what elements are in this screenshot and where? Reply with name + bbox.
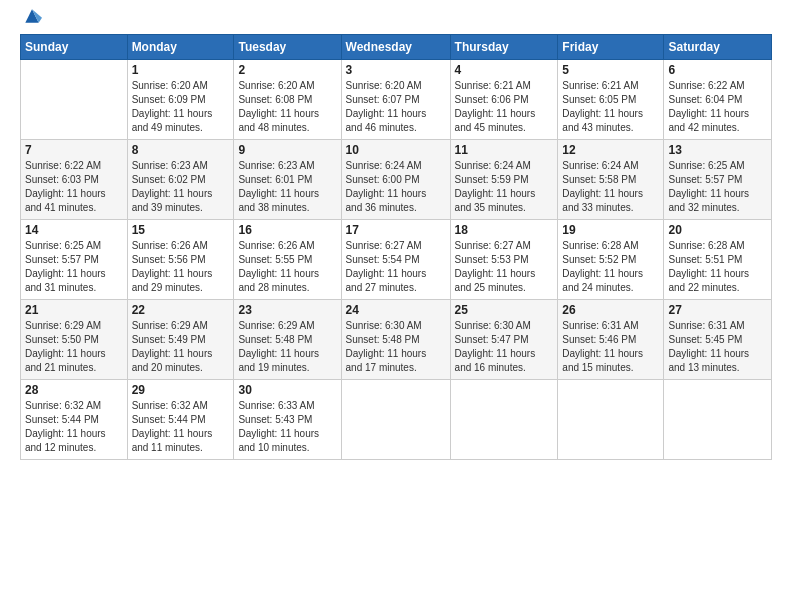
calendar-cell: 18Sunrise: 6:27 AM Sunset: 5:53 PM Dayli…: [450, 220, 558, 300]
day-info: Sunrise: 6:22 AM Sunset: 6:04 PM Dayligh…: [668, 79, 767, 135]
calendar-cell: 28Sunrise: 6:32 AM Sunset: 5:44 PM Dayli…: [21, 380, 128, 460]
day-info: Sunrise: 6:28 AM Sunset: 5:51 PM Dayligh…: [668, 239, 767, 295]
calendar-cell: 5Sunrise: 6:21 AM Sunset: 6:05 PM Daylig…: [558, 60, 664, 140]
calendar-cell: [341, 380, 450, 460]
calendar-cell: [558, 380, 664, 460]
day-number: 26: [562, 303, 659, 317]
calendar-cell: 7Sunrise: 6:22 AM Sunset: 6:03 PM Daylig…: [21, 140, 128, 220]
calendar-cell: [664, 380, 772, 460]
page-header: [20, 16, 772, 26]
day-info: Sunrise: 6:25 AM Sunset: 5:57 PM Dayligh…: [25, 239, 123, 295]
day-info: Sunrise: 6:21 AM Sunset: 6:05 PM Dayligh…: [562, 79, 659, 135]
calendar-week-2: 7Sunrise: 6:22 AM Sunset: 6:03 PM Daylig…: [21, 140, 772, 220]
weekday-header-sunday: Sunday: [21, 35, 128, 60]
day-info: Sunrise: 6:22 AM Sunset: 6:03 PM Dayligh…: [25, 159, 123, 215]
calendar-cell: 20Sunrise: 6:28 AM Sunset: 5:51 PM Dayli…: [664, 220, 772, 300]
day-info: Sunrise: 6:32 AM Sunset: 5:44 PM Dayligh…: [25, 399, 123, 455]
calendar-week-5: 28Sunrise: 6:32 AM Sunset: 5:44 PM Dayli…: [21, 380, 772, 460]
calendar-cell: 24Sunrise: 6:30 AM Sunset: 5:48 PM Dayli…: [341, 300, 450, 380]
day-number: 8: [132, 143, 230, 157]
calendar-week-4: 21Sunrise: 6:29 AM Sunset: 5:50 PM Dayli…: [21, 300, 772, 380]
weekday-header-thursday: Thursday: [450, 35, 558, 60]
day-info: Sunrise: 6:31 AM Sunset: 5:45 PM Dayligh…: [668, 319, 767, 375]
calendar-cell: 25Sunrise: 6:30 AM Sunset: 5:47 PM Dayli…: [450, 300, 558, 380]
weekday-header-tuesday: Tuesday: [234, 35, 341, 60]
day-number: 18: [455, 223, 554, 237]
day-number: 3: [346, 63, 446, 77]
calendar-cell: 26Sunrise: 6:31 AM Sunset: 5:46 PM Dayli…: [558, 300, 664, 380]
day-info: Sunrise: 6:25 AM Sunset: 5:57 PM Dayligh…: [668, 159, 767, 215]
day-number: 11: [455, 143, 554, 157]
calendar-cell: 27Sunrise: 6:31 AM Sunset: 5:45 PM Dayli…: [664, 300, 772, 380]
day-info: Sunrise: 6:33 AM Sunset: 5:43 PM Dayligh…: [238, 399, 336, 455]
weekday-row: SundayMondayTuesdayWednesdayThursdayFrid…: [21, 35, 772, 60]
calendar-cell: 3Sunrise: 6:20 AM Sunset: 6:07 PM Daylig…: [341, 60, 450, 140]
day-number: 14: [25, 223, 123, 237]
calendar-cell: 14Sunrise: 6:25 AM Sunset: 5:57 PM Dayli…: [21, 220, 128, 300]
day-number: 21: [25, 303, 123, 317]
day-info: Sunrise: 6:24 AM Sunset: 5:59 PM Dayligh…: [455, 159, 554, 215]
day-number: 9: [238, 143, 336, 157]
calendar-cell: 6Sunrise: 6:22 AM Sunset: 6:04 PM Daylig…: [664, 60, 772, 140]
weekday-header-monday: Monday: [127, 35, 234, 60]
calendar-table: SundayMondayTuesdayWednesdayThursdayFrid…: [20, 34, 772, 460]
calendar-cell: 8Sunrise: 6:23 AM Sunset: 6:02 PM Daylig…: [127, 140, 234, 220]
calendar-body: 1Sunrise: 6:20 AM Sunset: 6:09 PM Daylig…: [21, 60, 772, 460]
calendar-cell: 30Sunrise: 6:33 AM Sunset: 5:43 PM Dayli…: [234, 380, 341, 460]
day-number: 30: [238, 383, 336, 397]
calendar-cell: 16Sunrise: 6:26 AM Sunset: 5:55 PM Dayli…: [234, 220, 341, 300]
calendar-cell: [21, 60, 128, 140]
calendar-cell: 23Sunrise: 6:29 AM Sunset: 5:48 PM Dayli…: [234, 300, 341, 380]
calendar-cell: 29Sunrise: 6:32 AM Sunset: 5:44 PM Dayli…: [127, 380, 234, 460]
day-number: 4: [455, 63, 554, 77]
calendar-cell: 12Sunrise: 6:24 AM Sunset: 5:58 PM Dayli…: [558, 140, 664, 220]
day-info: Sunrise: 6:24 AM Sunset: 6:00 PM Dayligh…: [346, 159, 446, 215]
day-info: Sunrise: 6:23 AM Sunset: 6:02 PM Dayligh…: [132, 159, 230, 215]
day-number: 28: [25, 383, 123, 397]
day-info: Sunrise: 6:21 AM Sunset: 6:06 PM Dayligh…: [455, 79, 554, 135]
day-info: Sunrise: 6:32 AM Sunset: 5:44 PM Dayligh…: [132, 399, 230, 455]
day-number: 7: [25, 143, 123, 157]
day-number: 29: [132, 383, 230, 397]
day-info: Sunrise: 6:20 AM Sunset: 6:08 PM Dayligh…: [238, 79, 336, 135]
day-number: 5: [562, 63, 659, 77]
day-number: 22: [132, 303, 230, 317]
calendar-cell: 13Sunrise: 6:25 AM Sunset: 5:57 PM Dayli…: [664, 140, 772, 220]
day-number: 10: [346, 143, 446, 157]
day-number: 6: [668, 63, 767, 77]
day-number: 19: [562, 223, 659, 237]
day-number: 13: [668, 143, 767, 157]
day-number: 24: [346, 303, 446, 317]
day-number: 20: [668, 223, 767, 237]
calendar-cell: 4Sunrise: 6:21 AM Sunset: 6:06 PM Daylig…: [450, 60, 558, 140]
calendar-cell: 10Sunrise: 6:24 AM Sunset: 6:00 PM Dayli…: [341, 140, 450, 220]
day-info: Sunrise: 6:27 AM Sunset: 5:53 PM Dayligh…: [455, 239, 554, 295]
day-number: 1: [132, 63, 230, 77]
calendar-cell: 21Sunrise: 6:29 AM Sunset: 5:50 PM Dayli…: [21, 300, 128, 380]
calendar-week-1: 1Sunrise: 6:20 AM Sunset: 6:09 PM Daylig…: [21, 60, 772, 140]
day-info: Sunrise: 6:30 AM Sunset: 5:48 PM Dayligh…: [346, 319, 446, 375]
calendar-cell: 22Sunrise: 6:29 AM Sunset: 5:49 PM Dayli…: [127, 300, 234, 380]
day-number: 27: [668, 303, 767, 317]
day-info: Sunrise: 6:29 AM Sunset: 5:49 PM Dayligh…: [132, 319, 230, 375]
logo: [20, 16, 42, 26]
day-info: Sunrise: 6:29 AM Sunset: 5:50 PM Dayligh…: [25, 319, 123, 375]
day-info: Sunrise: 6:31 AM Sunset: 5:46 PM Dayligh…: [562, 319, 659, 375]
day-info: Sunrise: 6:29 AM Sunset: 5:48 PM Dayligh…: [238, 319, 336, 375]
day-number: 16: [238, 223, 336, 237]
day-number: 23: [238, 303, 336, 317]
calendar-cell: 9Sunrise: 6:23 AM Sunset: 6:01 PM Daylig…: [234, 140, 341, 220]
day-info: Sunrise: 6:23 AM Sunset: 6:01 PM Dayligh…: [238, 159, 336, 215]
day-info: Sunrise: 6:26 AM Sunset: 5:55 PM Dayligh…: [238, 239, 336, 295]
calendar-cell: 2Sunrise: 6:20 AM Sunset: 6:08 PM Daylig…: [234, 60, 341, 140]
day-info: Sunrise: 6:30 AM Sunset: 5:47 PM Dayligh…: [455, 319, 554, 375]
calendar-cell: 1Sunrise: 6:20 AM Sunset: 6:09 PM Daylig…: [127, 60, 234, 140]
day-number: 25: [455, 303, 554, 317]
day-number: 17: [346, 223, 446, 237]
calendar-header: SundayMondayTuesdayWednesdayThursdayFrid…: [21, 35, 772, 60]
day-info: Sunrise: 6:28 AM Sunset: 5:52 PM Dayligh…: [562, 239, 659, 295]
day-info: Sunrise: 6:24 AM Sunset: 5:58 PM Dayligh…: [562, 159, 659, 215]
day-info: Sunrise: 6:20 AM Sunset: 6:07 PM Dayligh…: [346, 79, 446, 135]
calendar-cell: 19Sunrise: 6:28 AM Sunset: 5:52 PM Dayli…: [558, 220, 664, 300]
day-number: 12: [562, 143, 659, 157]
